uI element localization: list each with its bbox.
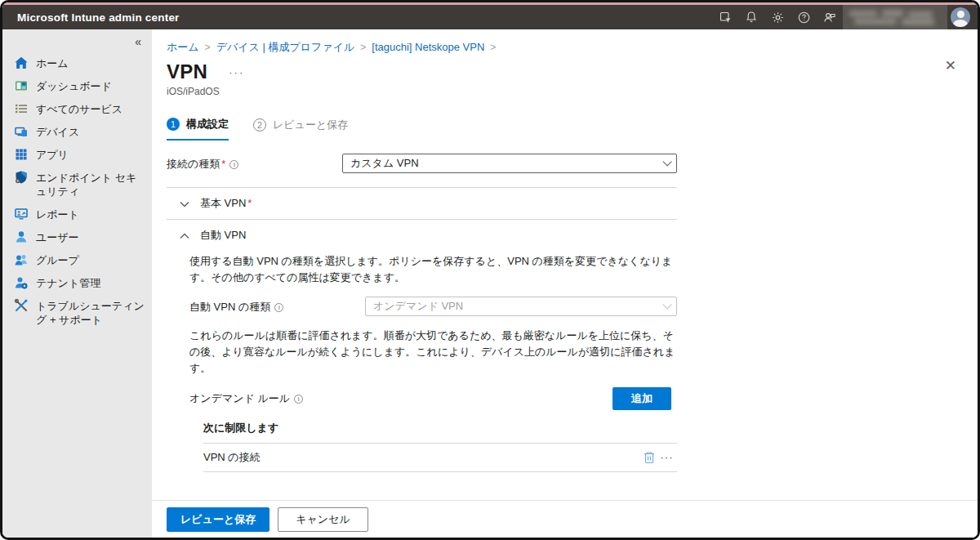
required-asterisk: * [221, 158, 225, 170]
on-demand-rules-row: オンデマンド ルール 追加 [189, 387, 677, 410]
sidebar-item-home[interactable]: ホーム [2, 51, 152, 74]
chevron-down-icon [662, 157, 671, 166]
help-icon[interactable] [791, 5, 817, 29]
section-label: 基本 VPN* [200, 196, 252, 211]
breadcrumb-separator: > [484, 42, 501, 53]
connection-type-label: 接続の種類* [167, 154, 342, 172]
auto-vpn-type-dropdown-disabled: オンデマンド VPN [365, 297, 677, 316]
step-label: レビューと保存 [273, 118, 348, 132]
apps-icon [14, 147, 29, 162]
tab-configuration-settings[interactable]: 1 構成設定 [167, 117, 229, 141]
sidebar-item-label: グループ [36, 253, 79, 267]
section-base-vpn[interactable]: 基本 VPN* [167, 188, 677, 219]
connection-type-value: カスタム VPN [350, 156, 419, 171]
groups-icon [14, 252, 29, 267]
more-options-icon[interactable]: ··· [229, 66, 244, 78]
sidebar-item-tenant-admin[interactable]: テナント管理 [2, 271, 152, 294]
sidebar-item-apps[interactable]: アプリ [2, 143, 152, 166]
account-avatar[interactable] [951, 7, 970, 27]
info-icon[interactable] [274, 303, 283, 312]
rules-table-header: 次に制限します [203, 415, 677, 443]
connection-type-dropdown[interactable]: カスタム VPN [342, 154, 677, 173]
reports-icon [14, 207, 29, 221]
info-icon[interactable] [229, 160, 238, 169]
feedback-person-icon[interactable] [817, 5, 843, 29]
breadcrumb-home[interactable]: ホーム [167, 41, 199, 53]
breadcrumb: ホーム>デバイス | 構成プロファイル>[taguchi] Netskope V… [167, 40, 978, 55]
sidebar-item-label: デバイス [36, 125, 79, 139]
info-icon[interactable] [294, 395, 303, 404]
clipboard-filter-icon[interactable] [712, 5, 738, 29]
trash-icon[interactable] [644, 451, 655, 464]
required-asterisk: * [247, 197, 252, 209]
sidebar-item-label: すべてのサービス [36, 102, 122, 116]
bell-icon[interactable] [738, 5, 764, 29]
breadcrumb-separator: > [199, 42, 216, 53]
app-title: Microsoft Intune admin center [2, 11, 180, 24]
sidebar-item-label: トラブルシューティング + サポート [36, 299, 145, 327]
chevron-down-icon [662, 300, 671, 309]
wizard-steps: 1 構成設定 2 レビューと保存 [167, 117, 978, 141]
sidebar-item-endpoint-security[interactable]: エンドポイント セキュリティ [2, 166, 152, 203]
rules-description: これらのルールは順番に評価されます。順番が大切であるため、最も厳密なルールを上位… [189, 328, 677, 377]
row-more-icon[interactable]: ··· [661, 453, 675, 462]
devices-icon [14, 124, 29, 139]
sidebar-item-label: ホーム [36, 56, 69, 70]
topbar: Microsoft Intune admin center [2, 5, 978, 29]
tenant-admin-icon [14, 275, 29, 290]
sidebar-item-dashboard[interactable]: ダッシュボード [2, 74, 152, 97]
main-panel: ✕ ホーム>デバイス | 構成プロファイル>[taguchi] Netskope… [152, 29, 978, 538]
sidebar-item-reports[interactable]: レポート [2, 203, 152, 225]
breadcrumb-config-profiles[interactable]: デバイス | 構成プロファイル [216, 41, 355, 53]
wizard-footer: レビューと保存 キャンセル [152, 500, 978, 538]
cancel-button[interactable]: キャンセル [278, 507, 368, 532]
sidebar-item-groups[interactable]: グループ [2, 248, 152, 271]
rule-value: VPN の接続 [203, 450, 261, 465]
sidebar-item-label: レポート [36, 208, 79, 221]
auto-vpn-type-value: オンデマンド VPN [373, 299, 463, 314]
sidebar-item-label: アプリ [36, 148, 69, 162]
app-window: Microsoft Intune admin center [0, 0, 980, 540]
on-demand-rules-label: オンデマンド ルール [189, 391, 303, 406]
blurred-text [843, 5, 947, 29]
breadcrumb-separator: > [354, 42, 372, 53]
close-icon[interactable]: ✕ [945, 59, 956, 73]
dashboard-icon [14, 78, 29, 93]
section-auto-vpn[interactable]: 自動 VPN [167, 220, 677, 251]
gear-icon[interactable] [764, 5, 791, 29]
troubleshooting-icon [14, 298, 29, 313]
endpoint-security-icon [14, 170, 29, 185]
auto-vpn-type-row: 自動 VPN の種類 オンデマンド VPN [189, 297, 677, 316]
home-icon [14, 56, 29, 70]
users-icon [14, 230, 29, 244]
table-divider [203, 471, 677, 472]
tab-review-save[interactable]: 2 レビューと保存 [253, 117, 348, 141]
auto-vpn-type-label: 自動 VPN の種類 [189, 297, 365, 315]
breadcrumb-profile-name[interactable]: [taguchi] Netskope VPN [372, 41, 484, 53]
add-rule-button[interactable]: 追加 [612, 387, 671, 410]
sidebar-item-users[interactable]: ユーザー [2, 225, 152, 248]
page-title: VPN [167, 60, 207, 83]
sidebar-item-label: エンドポイント セキュリティ [36, 171, 145, 199]
configuration-form: 接続の種類* カスタム VPN [167, 154, 677, 538]
step-label: 構成設定 [186, 117, 229, 132]
topbar-actions [712, 5, 978, 29]
page-subtitle: iOS/iPadOS [167, 86, 978, 97]
rules-table: 次に制限します VPN の接続 ··· [203, 415, 677, 472]
account-name-blurred[interactable] [843, 5, 947, 29]
table-row[interactable]: VPN の接続 ··· [203, 444, 677, 471]
step-number: 2 [253, 118, 266, 132]
sidebar: « ホーム ダッシュボード すべてのサービス デバイス アプリ [2, 29, 152, 538]
section-label: 自動 VPN [200, 228, 246, 243]
review-save-button[interactable]: レビューと保存 [167, 507, 270, 532]
auto-vpn-description: 使用する自動 VPN の種類を選択します。ポリシーを保存すると、VPN の種類を… [189, 253, 677, 286]
step-number: 1 [167, 118, 180, 131]
sidebar-collapse-button[interactable]: « [2, 33, 152, 51]
sidebar-item-devices[interactable]: デバイス [2, 120, 152, 143]
chevron-up-icon [180, 230, 189, 242]
chevron-down-icon [180, 198, 189, 210]
sidebar-item-label: ダッシュボード [36, 79, 112, 93]
sidebar-item-troubleshooting[interactable]: トラブルシューティング + サポート [2, 294, 152, 331]
sidebar-item-all-services[interactable]: すべてのサービス [2, 97, 152, 120]
connection-type-row: 接続の種類* カスタム VPN [167, 154, 677, 173]
